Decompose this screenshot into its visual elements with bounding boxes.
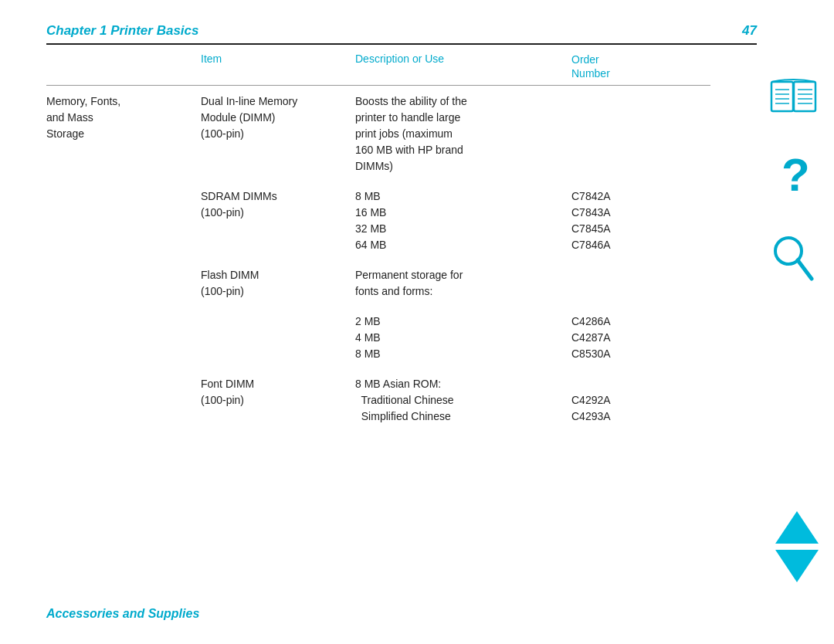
table-header: Item Description or Use Order Number (46, 53, 710, 86)
table-row: Font DIMM(100-pin) 8 MB Asian ROM: Tradi… (46, 376, 710, 425)
cell-desc: Permanent storage forfonts and forms: (355, 267, 571, 300)
cell-desc: 8 MB16 MB32 MB64 MB (355, 188, 571, 253)
arrow-up-icon[interactable] (775, 511, 819, 544)
svg-text:?: ? (781, 151, 810, 201)
table-row: Memory, Fonts,and MassStorage Dual In-li… (46, 93, 710, 175)
header-row: Chapter 1 Printer Basics 47 (46, 23, 757, 39)
table-row: SDRAM DIMMs(100-pin) 8 MB16 MB32 MB64 MB… (46, 188, 710, 253)
col-order-header: Order Number (571, 53, 680, 80)
sidebar-icons: ? (768, 77, 819, 286)
cell-desc: 2 MB4 MB8 MB (355, 314, 571, 362)
footer-title: Accessories and Supplies (46, 607, 199, 620)
cell-item: Font DIMM(100-pin) (201, 376, 355, 408)
col-item-header: Item (201, 53, 355, 80)
cell-category: Memory, Fonts,and MassStorage (46, 93, 201, 142)
col-desc-header: Description or Use (355, 53, 571, 80)
svg-rect-0 (771, 82, 793, 111)
cell-item: SDRAM DIMMs(100-pin) (201, 188, 355, 221)
cell-order: C4292AC4293A (571, 376, 680, 425)
arrow-down-icon[interactable] (775, 550, 819, 582)
question-icon[interactable]: ? (778, 151, 810, 203)
order-col-label: Order Number (571, 53, 680, 80)
cell-order: C7842AC7843AC7845AC7846A (571, 188, 680, 253)
cell-order: C4286AC4287AC8530A (571, 314, 680, 362)
table-body: Memory, Fonts,and MassStorage Dual In-li… (46, 93, 710, 425)
top-divider (46, 43, 757, 45)
cell-item: Flash DIMM(100-pin) (201, 267, 355, 300)
svg-line-13 (798, 260, 812, 279)
svg-rect-1 (794, 82, 815, 111)
table-row: 2 MB4 MB8 MB C4286AC4287AC8530A (46, 314, 710, 362)
cell-item: Dual In-line MemoryModule (DIMM)(100-pin… (201, 93, 355, 142)
main-content: Chapter 1 Printer Basics 47 Item Descrip… (46, 23, 757, 439)
cell-desc: 8 MB Asian ROM: Traditional Chinese Simp… (355, 376, 571, 425)
nav-arrows (775, 511, 819, 582)
table-container: Item Description or Use Order Number Mem… (46, 53, 710, 425)
item-col-label: Item (201, 53, 222, 65)
footer-section: Accessories and Supplies (46, 607, 199, 621)
book-icon[interactable] (768, 77, 819, 120)
magnifier-icon[interactable] (771, 234, 816, 286)
col-category-header (46, 53, 201, 80)
cell-desc: Boosts the ability of theprinter to hand… (355, 93, 571, 175)
page-number: 47 (742, 23, 757, 39)
chapter-title: Chapter 1 Printer Basics (46, 23, 198, 39)
desc-col-label: Description or Use (355, 53, 444, 65)
table-row: Flash DIMM(100-pin) Permanent storage fo… (46, 267, 710, 300)
